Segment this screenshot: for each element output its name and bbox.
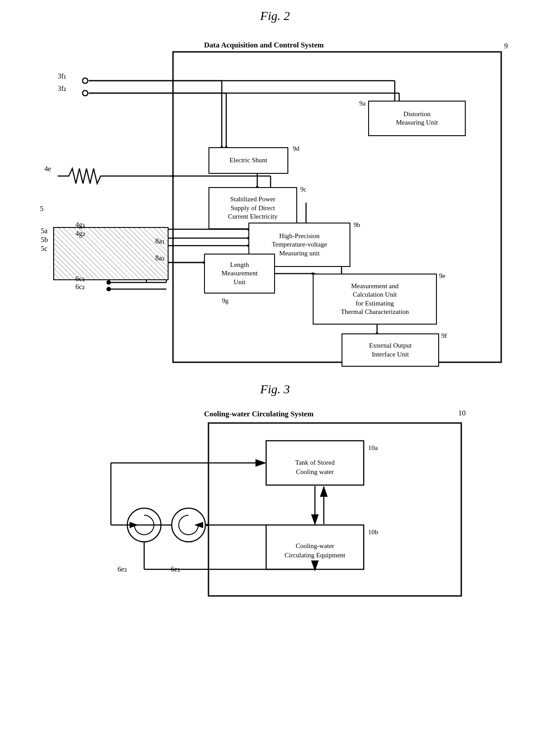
external-output-unit: External Output Interface Unit [342, 333, 439, 367]
svg-point-34 [106, 280, 111, 285]
ref-4g2: 4g₂ [75, 229, 85, 238]
cooling-system-label: Cooling-water Circulating System [204, 410, 314, 419]
temp-voltage-ref: 9b [354, 221, 360, 229]
distortion-unit: Distortion Measuring Unit [368, 101, 466, 136]
svg-rect-53 [266, 441, 364, 485]
fig3-title: Fig. 3 [9, 382, 541, 396]
ref-3f2: 3f₂ [58, 84, 66, 93]
ref-6e2: 6e₂ [118, 565, 127, 573]
ref-3f1: 3f₁ [58, 72, 66, 80]
ref-4g1: 4g₁ [75, 220, 85, 229]
electric-shunt-ref: 9d [293, 145, 299, 153]
ref-6c1: 6c₁ [75, 274, 85, 283]
svg-point-9 [82, 78, 88, 83]
power-supply-ref: 9c [300, 186, 306, 193]
fig2-title: Fig. 2 [9, 9, 541, 23]
svg-point-59 [172, 508, 205, 542]
svg-point-35 [106, 287, 111, 291]
system-label: Data Acquisition and Control System [204, 41, 324, 50]
ref-4e: 4e [44, 165, 51, 173]
specimen-box [53, 227, 169, 280]
ref-8a1: 8a₁ [155, 237, 165, 245]
ref-5a: 5a [41, 227, 47, 235]
ref-6e1: 6e₁ [171, 565, 180, 573]
ref-5b: 5b [41, 236, 48, 244]
tank-ref: 10a [368, 444, 378, 452]
measurement-calc-unit: Measurement and Calculation Unit for Est… [313, 274, 437, 325]
distortion-ref: 9a [359, 100, 365, 107]
ref-5c: 5c [41, 245, 47, 253]
length-measurement-ref: 9g [222, 297, 228, 305]
cooling-system-ref: 10 [458, 409, 466, 418]
equipment-ref: 10b [368, 529, 378, 536]
ref-6c2: 6c₂ [75, 282, 85, 291]
fig3-diagram: Cooling-water Circulating System 10 Tank… [75, 405, 475, 600]
svg-rect-54 [266, 525, 364, 569]
length-measurement-unit: Length Measurement Unit [204, 254, 275, 294]
electric-shunt-unit: Electric Shunt [208, 147, 288, 174]
measurement-calc-ref: 9e [439, 272, 445, 280]
ref-8a2: 8a₂ [155, 254, 165, 262]
page: Fig. 2 [0, 0, 550, 756]
svg-point-10 [82, 90, 88, 96]
ref-5: 5 [40, 205, 43, 213]
fig2-diagram: Data Acquisition and Control System 9 Di… [31, 27, 519, 373]
system-ref: 9 [504, 42, 508, 51]
external-output-ref: 9f [441, 332, 447, 340]
